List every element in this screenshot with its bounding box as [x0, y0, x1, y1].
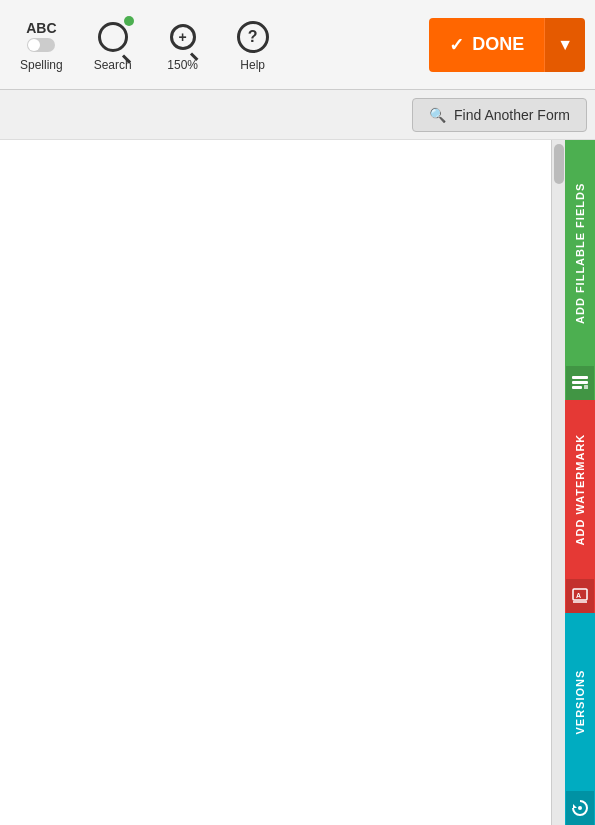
scrollbar-thumb[interactable]	[554, 144, 564, 184]
svg-text:A: A	[576, 592, 581, 599]
spelling-label: Spelling	[20, 58, 63, 72]
search-button[interactable]: Search	[83, 12, 143, 78]
help-button[interactable]: ? Help	[223, 12, 283, 78]
add-fillable-fields-panel[interactable]: ADD FILLABLE FIELDS	[565, 140, 595, 400]
find-search-icon: 🔍	[429, 107, 446, 123]
fillable-fields-icon	[566, 366, 594, 400]
add-watermark-panel[interactable]: ADD WATERMARK A	[565, 400, 595, 613]
right-panels: ADD FILLABLE FIELDS ADD WATERMARK A	[565, 140, 595, 825]
search-magnifier-icon	[98, 22, 128, 52]
svg-point-8	[578, 806, 582, 810]
help-icon: ?	[234, 18, 272, 56]
done-dropdown-button[interactable]: ▼	[544, 18, 585, 72]
main-area: ADD FILLABLE FIELDS ADD WATERMARK A	[0, 140, 595, 825]
watermark-icon: A	[566, 579, 594, 613]
help-label: Help	[240, 58, 265, 72]
chevron-down-icon: ▼	[557, 36, 573, 54]
versions-label: VERSIONS	[574, 613, 586, 792]
spelling-button[interactable]: ABC Spelling	[10, 12, 73, 78]
zoom-button[interactable]: + 150%	[153, 12, 213, 78]
done-checkmark-icon: ✓	[449, 34, 464, 56]
zoom-icon: +	[164, 18, 202, 56]
svg-marker-7	[573, 804, 577, 808]
scrollbar[interactable]	[551, 140, 565, 825]
document-canvas	[0, 140, 551, 825]
find-another-form-button[interactable]: 🔍 Find Another Form	[412, 98, 587, 132]
search-icon-wrapper	[94, 18, 132, 56]
done-button[interactable]: ✓ DONE	[429, 18, 544, 72]
zoom-magnifier-icon: +	[170, 24, 196, 50]
svg-rect-0	[572, 376, 588, 379]
add-fillable-fields-label: ADD FILLABLE FIELDS	[574, 140, 586, 366]
find-another-form-label: Find Another Form	[454, 107, 570, 123]
add-watermark-label: ADD WATERMARK	[574, 400, 586, 579]
zoom-label: 150%	[167, 58, 198, 72]
spelling-icon: ABC	[22, 18, 60, 56]
versions-panel[interactable]: VERSIONS	[565, 613, 595, 826]
svg-rect-2	[572, 386, 582, 389]
svg-rect-1	[572, 381, 588, 384]
search-bar: 🔍 Find Another Form	[0, 90, 595, 140]
toolbar: ABC Spelling Search +	[0, 0, 595, 90]
svg-rect-3	[584, 385, 588, 389]
green-dot-indicator	[124, 16, 134, 26]
versions-icon	[566, 791, 594, 825]
done-button-group: ✓ DONE ▼	[429, 18, 585, 72]
done-label: DONE	[472, 34, 524, 55]
